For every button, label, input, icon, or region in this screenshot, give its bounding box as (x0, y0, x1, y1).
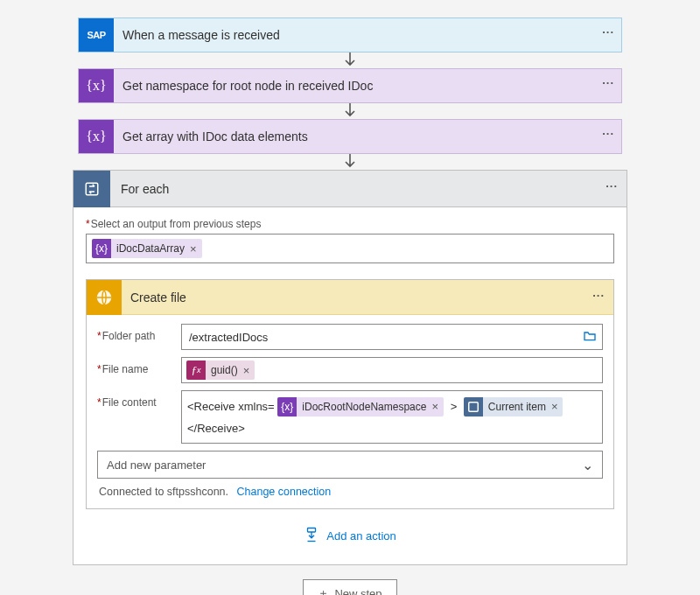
variable-icon: {x} (92, 239, 111, 258)
token-remove-icon[interactable]: × (551, 396, 558, 417)
createfile-header[interactable]: Create file ··· (87, 280, 613, 315)
filename-label: File name (97, 357, 181, 375)
loop-icon (74, 171, 110, 207)
token-guid[interactable]: ƒx guid() × (186, 360, 255, 380)
add-parameter-dropdown[interactable]: Add new parameter ⌄ (97, 451, 603, 479)
foreach-input[interactable]: {x} iDocDataArray × (86, 234, 614, 263)
sftp-icon (87, 280, 122, 315)
add-parameter-label: Add new parameter (107, 458, 206, 472)
folderpath-value: /extractedIDocs (189, 331, 268, 344)
token-remove-icon[interactable]: × (243, 364, 250, 377)
step2-title: Get array with IDoc data elements (114, 130, 621, 144)
sap-icon: SAP (79, 18, 114, 52)
trigger-card[interactable]: SAP When a message is received ··· (78, 18, 622, 52)
foreach-select-label: Select an output from previous steps (86, 218, 614, 230)
token-label: iDocDataArray (116, 242, 185, 255)
foreach-title: For each (110, 182, 626, 196)
createfile-card: Create file ··· Folder path /extractedID… (86, 279, 614, 509)
token-label: Current item (488, 396, 546, 417)
fx-icon: ƒx (186, 360, 206, 380)
add-action-label: Add an action (326, 529, 396, 542)
variable-icon: {x} (79, 69, 114, 102)
step1-menu-icon[interactable]: ··· (602, 76, 614, 89)
filename-input[interactable]: ƒx guid() × (181, 357, 603, 383)
filecontent-pre: <Receive xmlns= (187, 400, 275, 413)
step1-title: Get namespace for root node in received … (114, 79, 621, 93)
trigger-menu-icon[interactable]: ··· (602, 25, 614, 38)
step1-card[interactable]: {x} Get namespace for root node in recei… (78, 68, 622, 103)
token-idocdataarray[interactable]: {x} iDocDataArray × (92, 239, 202, 258)
trigger-title: When a message is received (114, 28, 621, 42)
createfile-menu-icon[interactable]: ··· (592, 289, 605, 302)
arrow-icon (344, 154, 356, 170)
token-label: iDocRootNodeNamespace (302, 396, 426, 417)
token-remove-icon[interactable]: × (190, 242, 197, 256)
svg-rect-3 (308, 528, 316, 533)
filecontent-mid: > (451, 400, 458, 413)
new-step-label: New step (334, 587, 382, 595)
svg-rect-0 (86, 183, 98, 195)
insert-step-icon (304, 527, 319, 545)
folderpath-label: Folder path (97, 324, 181, 342)
plus-icon: ＋ (318, 585, 329, 595)
connection-status: Connected to sftpsshconn. Change connect… (97, 479, 603, 498)
arrow-icon (344, 103, 356, 119)
folder-picker-icon[interactable] (583, 330, 597, 345)
variable-icon: {x} (277, 397, 297, 416)
loop-icon (464, 397, 483, 416)
new-step-button[interactable]: ＋ New step (303, 579, 396, 595)
token-label: guid() (211, 364, 238, 376)
filecontent-post: </Receive> (187, 421, 245, 434)
arrow-icon (344, 52, 356, 68)
filecontent-input[interactable]: <Receive xmlns= {x} iDocRootNodeNamespac… (181, 390, 603, 444)
filecontent-label: File content (97, 390, 181, 409)
chevron-down-icon: ⌄ (582, 457, 593, 473)
foreach-header[interactable]: For each ··· (74, 171, 626, 207)
token-currentitem[interactable]: Current item × (464, 397, 564, 416)
svg-rect-2 (469, 402, 479, 411)
foreach-menu-icon[interactable]: ··· (606, 179, 618, 192)
foreach-card: For each ··· Select an output from previ… (73, 170, 627, 565)
token-remove-icon[interactable]: × (431, 396, 438, 417)
variable-icon: {x} (79, 120, 114, 153)
add-action-button[interactable]: Add an action (304, 527, 396, 545)
token-namespace[interactable]: {x} iDocRootNodeNamespace × (277, 397, 444, 416)
step2-menu-icon[interactable]: ··· (602, 127, 614, 140)
createfile-title: Create file (122, 290, 195, 304)
change-connection-link[interactable]: Change connection (237, 486, 332, 498)
folderpath-input[interactable]: /extractedIDocs (181, 324, 603, 350)
step2-card[interactable]: {x} Get array with IDoc data elements ··… (78, 119, 622, 154)
